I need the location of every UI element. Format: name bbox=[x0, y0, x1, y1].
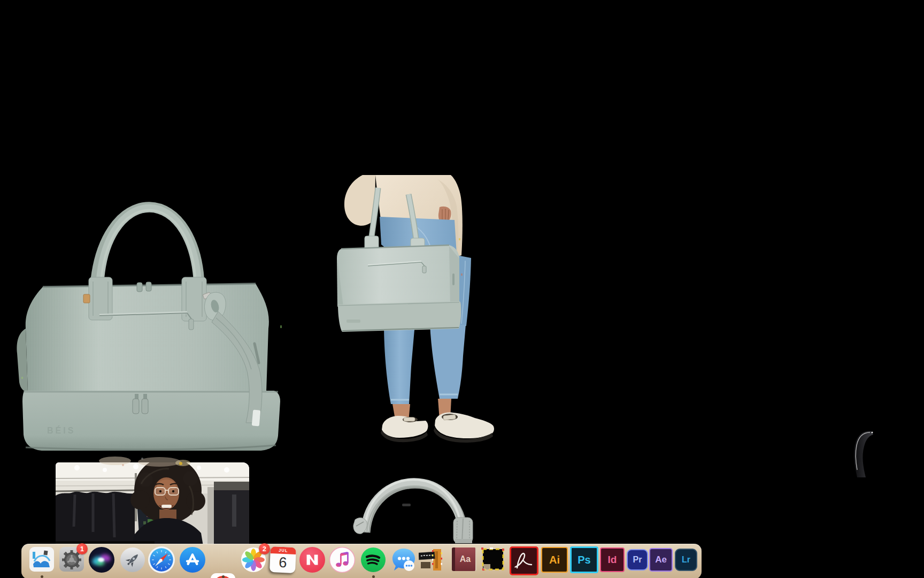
dock-item-after-effects[interactable]: Ae bbox=[649, 548, 673, 572]
photoshop-letters: Ps bbox=[578, 554, 590, 566]
dock-item-app-store[interactable] bbox=[180, 547, 205, 573]
bag-handle-fragment bbox=[350, 451, 481, 543]
acrobat-icon bbox=[511, 548, 537, 574]
after-effects-letters: Ae bbox=[655, 554, 667, 565]
rocket-icon bbox=[120, 547, 145, 573]
dock-item-messages[interactable] bbox=[390, 546, 417, 573]
lightroom-letters: Lr bbox=[682, 555, 690, 565]
finder-icon bbox=[29, 547, 54, 572]
running-indicator bbox=[41, 575, 43, 578]
bottom-compartment bbox=[22, 391, 280, 451]
dock-item-system-preferences[interactable]: 1 bbox=[59, 547, 84, 572]
dock-item-launchpad[interactable] bbox=[120, 547, 145, 573]
glitched-icon bbox=[481, 547, 505, 571]
top-zipper-pulls bbox=[137, 283, 142, 292]
main-bag-image: BÉIS bbox=[15, 172, 283, 461]
illustrator-letters: Ai bbox=[549, 554, 560, 566]
image-remnant-dash bbox=[402, 504, 411, 506]
dock-item-siri[interactable] bbox=[89, 547, 114, 573]
dictionary-book-icon: Aa bbox=[452, 547, 476, 571]
dock-item-safari[interactable] bbox=[148, 546, 175, 573]
dock-item-dictionary[interactable]: Aa bbox=[452, 547, 475, 571]
dock: 1 bbox=[21, 544, 702, 578]
model-image bbox=[330, 174, 496, 443]
compass-icon bbox=[148, 546, 175, 573]
gold-tab bbox=[83, 294, 90, 303]
dock-item-glitched-app-1[interactable] bbox=[419, 547, 443, 573]
dock-item-acrobat[interactable] bbox=[510, 546, 538, 575]
notification-badge: 1 bbox=[76, 543, 88, 554]
dock-item-spotify[interactable] bbox=[360, 547, 386, 573]
glitched-icon bbox=[419, 547, 443, 573]
held-bag bbox=[337, 245, 459, 307]
dock-item-lightroom[interactable]: Lr bbox=[675, 549, 697, 571]
dock-item-calendar[interactable]: JUL 6 bbox=[270, 546, 296, 573]
dock-item-glitched-app-2[interactable] bbox=[481, 547, 505, 571]
dock-item-premiere-pro[interactable]: Pr bbox=[627, 549, 648, 571]
sweater-sleeve bbox=[344, 175, 375, 226]
music-note-icon bbox=[329, 547, 355, 573]
dock-item-finder[interactable] bbox=[29, 547, 54, 572]
dock-item-illustrator[interactable]: Ai bbox=[541, 547, 568, 573]
running-indicator bbox=[222, 575, 225, 578]
indesign-letters: Id bbox=[608, 554, 617, 566]
running-indicator bbox=[372, 575, 375, 578]
dock-item-photoshop[interactable]: Ps bbox=[570, 546, 598, 573]
dock-item-photos[interactable]: 2 bbox=[241, 547, 266, 573]
clothes-rack bbox=[56, 492, 135, 546]
desktop: BÉIS bbox=[0, 0, 924, 578]
notification-badge: 2 bbox=[259, 543, 270, 554]
calendar-day: 6 bbox=[270, 553, 296, 572]
dock-item-news[interactable] bbox=[299, 547, 325, 573]
app-store-icon bbox=[180, 547, 205, 573]
store-person-image bbox=[56, 462, 249, 546]
brand-emboss: BÉIS bbox=[47, 425, 75, 435]
dictionary-letters: Aa bbox=[460, 554, 471, 564]
dock-item-indesign[interactable]: Id bbox=[600, 547, 625, 572]
dock-item-itunes[interactable] bbox=[329, 547, 355, 573]
woman bbox=[130, 462, 205, 546]
chat-bubble-icon bbox=[390, 546, 417, 573]
image-remnant bbox=[91, 452, 203, 469]
dark-handle-fragment bbox=[846, 428, 877, 480]
spotify-icon bbox=[360, 547, 386, 573]
premiere-letters: Pr bbox=[633, 555, 642, 565]
news-icon bbox=[299, 547, 325, 573]
